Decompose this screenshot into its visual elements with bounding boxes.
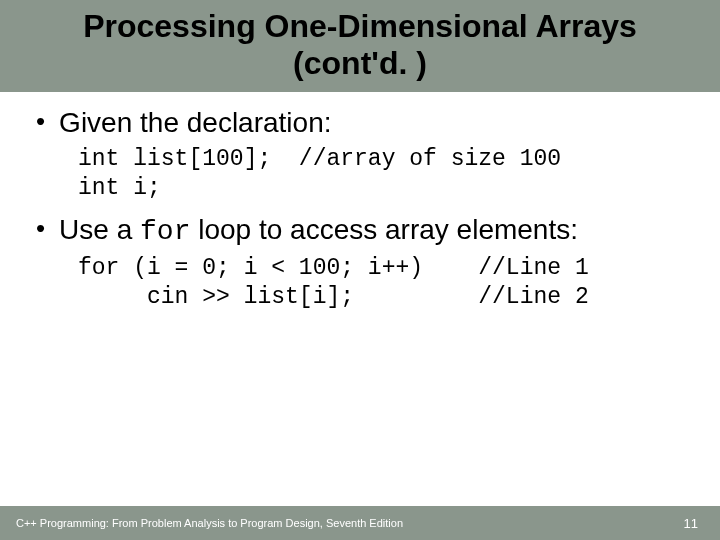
- bullet-text-2: Use a for loop to access array elements:: [59, 213, 578, 249]
- slide-title-bar: Processing One-Dimensional Arrays (cont'…: [0, 0, 720, 92]
- bullet-2-mono: for: [140, 216, 190, 247]
- footer-text: C++ Programming: From Problem Analysis t…: [16, 517, 403, 529]
- bullet-item: • Use a for loop to access array element…: [30, 213, 690, 249]
- bullet-marker: •: [36, 213, 45, 244]
- title-line-2: (cont'd. ): [293, 45, 427, 81]
- slide-footer: C++ Programming: From Problem Analysis t…: [0, 506, 720, 540]
- bullet-item: • Given the declaration:: [30, 106, 690, 140]
- bullet-marker: •: [36, 106, 45, 137]
- code-block-1: int list[100]; //array of size 100 int i…: [78, 145, 690, 203]
- bullet-2-suffix: loop to access array elements:: [190, 214, 578, 245]
- slide-title: Processing One-Dimensional Arrays (cont'…: [10, 8, 710, 82]
- title-line-1: Processing One-Dimensional Arrays: [83, 8, 637, 44]
- code-block-2: for (i = 0; i < 100; i++) //Line 1 cin >…: [78, 254, 690, 312]
- page-number: 11: [684, 516, 698, 531]
- bullet-2-prefix: Use a: [59, 214, 140, 245]
- bullet-text-1: Given the declaration:: [59, 106, 331, 140]
- slide-content: • Given the declaration: int list[100]; …: [0, 92, 720, 312]
